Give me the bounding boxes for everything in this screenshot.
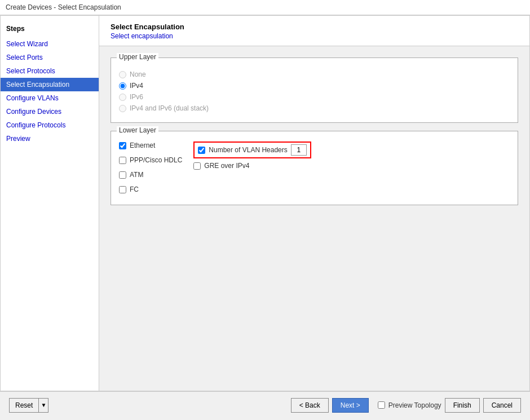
preview-topology-label: Preview Topology <box>388 401 441 409</box>
cb-atm-input[interactable] <box>119 171 126 179</box>
upper-layer-title: Upper Layer <box>117 53 158 61</box>
radio-none[interactable]: None <box>119 70 510 78</box>
cb-gre[interactable]: GRE over IPv4 <box>193 162 311 170</box>
preview-topology-checkbox[interactable] <box>378 401 385 409</box>
radio-ipv4[interactable]: IPv4 <box>119 82 510 90</box>
content-header: Select Encapsulation Select encapsulatio… <box>99 16 529 46</box>
cb-vlan-headers[interactable]: Number of VLAN Headers <box>198 146 287 154</box>
vlan-count-input[interactable] <box>291 144 307 156</box>
radio-ipv4-ipv6-input[interactable] <box>119 105 126 112</box>
cb-ppp-label: PPP/Cisco HDLC <box>130 156 182 164</box>
window-title: Create Devices - Select Encapsulation <box>6 3 121 11</box>
reset-group: Reset ▼ <box>9 398 48 413</box>
preview-topology-container: Preview Topology <box>378 401 441 409</box>
sidebar-item-select-ports[interactable]: Select Ports <box>1 51 99 64</box>
cb-ppp-input[interactable] <box>119 157 126 164</box>
cb-fc[interactable]: FC <box>119 185 182 193</box>
nav-buttons: < Back Next > <box>291 398 369 413</box>
sidebar-item-configure-vlans[interactable]: Configure VLANs <box>1 91 99 105</box>
lower-layer-layout: Ethernet PPP/Cisco HDLC ATM <box>119 142 510 197</box>
title-bar: Create Devices - Select Encapsulation <box>0 0 530 15</box>
radio-ipv4-ipv6-label: IPv4 and IPv6 (dual stack) <box>130 104 209 112</box>
radio-ipv6[interactable]: IPv6 <box>119 93 510 101</box>
cb-gre-input[interactable] <box>193 162 201 170</box>
vlan-headers-highlight-box: Number of VLAN Headers <box>193 142 311 158</box>
radio-ipv6-input[interactable] <box>119 94 126 101</box>
cb-vlan-headers-input[interactable] <box>198 147 205 154</box>
cb-vlan-headers-label: Number of VLAN Headers <box>209 146 287 154</box>
sidebar-item-configure-devices[interactable]: Configure Devices <box>1 105 99 118</box>
footer: Reset ▼ < Back Next > Preview Topology F… <box>0 391 530 418</box>
radio-ipv4-label: IPv4 <box>130 82 143 90</box>
lower-layer-group: Lower Layer Ethernet PPP/Cisco HDLC <box>111 131 518 205</box>
finish-button[interactable]: Finish <box>445 398 480 413</box>
cb-atm[interactable]: ATM <box>119 171 182 179</box>
cb-fc-input[interactable] <box>119 186 126 193</box>
content-body: Upper Layer None IPv4 IPv6 <box>99 46 529 391</box>
sidebar-item-preview[interactable]: Preview <box>1 132 99 145</box>
upper-layer-radio-group: None IPv4 IPv6 IPv4 and IPv6 (dual <box>119 68 510 114</box>
radio-ipv4-input[interactable] <box>119 82 126 90</box>
radio-ipv6-label: IPv6 <box>130 93 143 101</box>
content-area: Select Encapsulation Select encapsulatio… <box>99 16 529 391</box>
radio-ipv4-ipv6[interactable]: IPv4 and IPv6 (dual stack) <box>119 104 510 112</box>
cb-atm-label: ATM <box>130 171 143 179</box>
cb-gre-label: GRE over IPv4 <box>204 162 249 170</box>
cb-fc-label: FC <box>130 185 139 193</box>
sidebar-item-configure-protocols[interactable]: Configure Protocols <box>1 118 99 132</box>
sidebar-item-select-protocols[interactable]: Select Protocols <box>1 64 99 78</box>
cb-ethernet-input[interactable] <box>119 142 126 149</box>
radio-none-input[interactable] <box>119 71 126 78</box>
cancel-button[interactable]: Cancel <box>483 398 521 413</box>
content-header-subtitle: Select encapsulation <box>111 32 518 40</box>
sidebar-item-select-wizard[interactable]: Select Wizard <box>1 37 99 51</box>
content-header-title: Select Encapsulation <box>111 23 518 31</box>
cb-ethernet-label: Ethernet <box>130 142 155 149</box>
sidebar: Steps Select WizardSelect PortsSelect Pr… <box>1 16 99 391</box>
lower-layer-title: Lower Layer <box>117 126 158 134</box>
cb-ppp[interactable]: PPP/Cisco HDLC <box>119 156 182 164</box>
lower-right-column: Number of VLAN Headers GRE over IPv4 <box>193 142 311 197</box>
sidebar-item-select-encapsulation[interactable]: Select Encapsulation <box>1 78 99 91</box>
reset-dropdown-button[interactable]: ▼ <box>38 398 48 413</box>
next-button[interactable]: Next > <box>332 398 369 413</box>
radio-none-label: None <box>130 70 146 78</box>
lower-left-column: Ethernet PPP/Cisco HDLC ATM <box>119 142 182 197</box>
cb-ethernet[interactable]: Ethernet <box>119 142 182 149</box>
back-button[interactable]: < Back <box>291 398 329 413</box>
upper-layer-group: Upper Layer None IPv4 IPv6 <box>111 58 518 123</box>
reset-button[interactable]: Reset <box>9 398 38 413</box>
sidebar-title: Steps <box>1 21 99 37</box>
